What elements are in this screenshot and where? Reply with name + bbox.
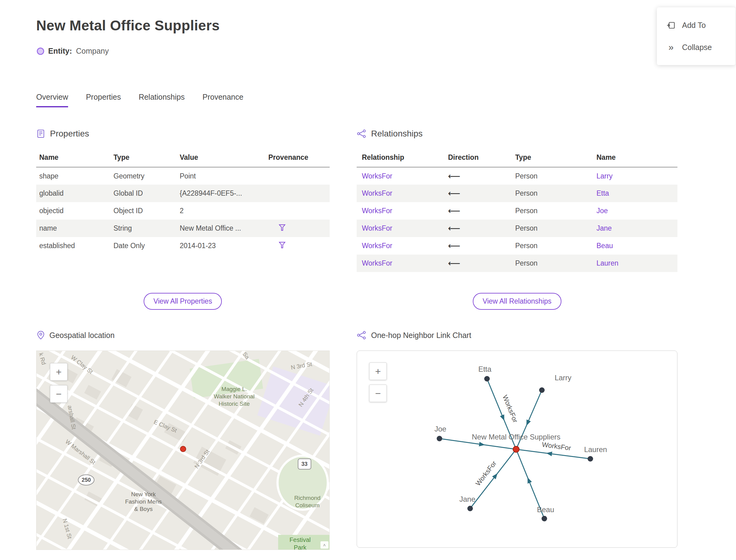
graph-edge	[516, 449, 590, 459]
relationship-direction: ⟵	[448, 255, 515, 272]
map-label: N 3rd St	[193, 448, 211, 470]
relationship-row: WorksFor⟵PersonJane	[357, 220, 677, 237]
property-provenance	[268, 167, 330, 185]
view-all-relationships-button[interactable]: View All Relationships	[473, 293, 562, 310]
property-row: objectidObject ID2	[36, 202, 330, 220]
map-zoom-control: + −	[50, 363, 67, 403]
relationship-row: WorksFor⟵PersonLauren	[357, 255, 677, 272]
actions-panel: Add To » Collapse	[657, 7, 735, 65]
property-provenance	[268, 237, 330, 255]
col-value: Value	[180, 150, 268, 167]
relationship-type-link: WorksFor	[357, 185, 448, 202]
relationship-row: WorksFor⟵PersonJoe	[357, 202, 677, 220]
relationship-link[interactable]: WorksFor	[362, 242, 392, 250]
edge-label: WorksFor	[542, 441, 571, 452]
relationship-link[interactable]: WorksFor	[362, 224, 392, 232]
graph-node-beau[interactable]	[542, 516, 547, 521]
edge-arrowhead-icon	[500, 414, 504, 420]
col-provenance: Provenance	[268, 150, 330, 167]
property-name: shape	[36, 167, 113, 185]
entity-name-link[interactable]: Lauren	[596, 259, 619, 267]
link-chart-section-title: One-hop Neighbor Link Chart	[371, 331, 471, 340]
direction-arrow-icon: ⟵	[448, 224, 460, 233]
properties-table: Name Type Value Provenance shapeGeometry…	[36, 150, 330, 255]
properties-icon	[36, 129, 45, 138]
relationship-direction: ⟵	[448, 220, 515, 237]
property-row: globalidGlobal ID{A228944F-0EF5-...	[36, 185, 330, 202]
graph-node-joe[interactable]	[437, 436, 442, 441]
map-label: E Clay St	[153, 418, 178, 434]
relationship-type-link: WorksFor	[357, 202, 448, 220]
entity-type-row: Entity: Company	[37, 47, 109, 56]
relationships-section-header: Relationships	[357, 129, 423, 139]
tab-overview[interactable]: Overview	[36, 93, 68, 107]
tab-provenance[interactable]: Provenance	[202, 93, 243, 107]
map-label: arshall St	[66, 405, 77, 430]
relationship-entity-name: Jane	[596, 220, 677, 237]
relationship-entity-type: Person	[515, 255, 596, 272]
chart-zoom-out-button[interactable]: −	[369, 385, 387, 402]
map-label: N 3rd St	[290, 360, 313, 371]
relationship-direction: ⟵	[448, 202, 515, 220]
direction-arrow-icon: ⟵	[448, 189, 460, 198]
graph-node-jane[interactable]	[467, 506, 473, 511]
graph-node-label: Beau	[537, 505, 554, 514]
entity-name-link[interactable]: Jane	[596, 224, 612, 232]
map-attribution-toggle-icon[interactable]: ˄	[320, 541, 328, 549]
edge-arrowhead-icon	[479, 442, 485, 447]
relationship-entity-name: Lauren	[596, 255, 677, 272]
map-label: N 1st St	[61, 518, 73, 539]
map-zoom-out-button[interactable]: −	[50, 385, 67, 403]
collapse-button[interactable]: » Collapse	[657, 36, 735, 58]
view-all-properties-button[interactable]: View All Properties	[144, 293, 222, 310]
property-name: established	[36, 237, 113, 255]
geospatial-map[interactable]: k RdW Clay StSaN 3rd StMaggie L. Walker …	[36, 351, 330, 550]
edge-arrowhead-icon	[527, 478, 532, 484]
entity-name-link[interactable]: Joe	[596, 207, 608, 215]
properties-section-header: Properties	[36, 129, 89, 139]
entity-name-link[interactable]: Beau	[596, 242, 613, 250]
properties-header-row: Name Type Value Provenance	[36, 150, 330, 167]
entity-name-link[interactable]: Larry	[596, 172, 612, 180]
property-value: {A228944F-0EF5-...	[180, 185, 268, 202]
map-marker[interactable]	[180, 446, 186, 452]
map-label: Festival Park	[286, 536, 315, 550]
page-title: New Metal Office Suppliers	[36, 17, 220, 34]
relationship-row: WorksFor⟵PersonBeau	[357, 237, 677, 255]
map-zoom-in-button[interactable]: +	[50, 363, 67, 381]
link-chart-section-header: One-hop Neighbor Link Chart	[357, 331, 471, 340]
col-relationship: Relationship	[357, 150, 448, 167]
property-row: nameStringNew Metal Office ...	[36, 220, 330, 237]
property-type: Geometry	[113, 167, 180, 185]
map-label: k Rd	[37, 352, 48, 366]
link-chart-panel[interactable]: WorksForWorksForWorksForEttaLarryJoeLaur…	[357, 351, 677, 548]
provenance-icon[interactable]	[278, 241, 286, 249]
property-name: globalid	[36, 185, 113, 202]
relationship-link[interactable]: WorksFor	[362, 189, 392, 197]
tab-properties[interactable]: Properties	[86, 93, 121, 107]
graph-node-larry[interactable]	[539, 387, 545, 393]
chart-zoom-control: + −	[369, 362, 387, 402]
edge-arrowhead-icon	[526, 420, 531, 426]
map-label: Maggie L. Walker National Historic Site	[214, 385, 255, 407]
map-label: W Marshall St	[64, 438, 97, 466]
relationship-link[interactable]: WorksFor	[362, 259, 392, 267]
edge-arrowhead-icon	[492, 473, 498, 479]
chart-zoom-in-button[interactable]: +	[369, 362, 387, 380]
graph-center-node[interactable]	[513, 446, 519, 452]
tab-relationships[interactable]: Relationships	[139, 93, 185, 107]
property-type: Object ID	[113, 202, 180, 220]
provenance-icon[interactable]	[278, 224, 286, 232]
graph-node-lauren[interactable]	[588, 456, 593, 462]
add-to-button[interactable]: Add To	[657, 14, 735, 36]
relationship-type-link: WorksFor	[357, 255, 448, 272]
properties-table-body: shapeGeometryPointglobalidGlobal ID{A228…	[36, 167, 330, 255]
relationship-link[interactable]: WorksFor	[362, 207, 392, 215]
property-provenance	[268, 220, 330, 237]
relationships-table: Relationship Direction Type Name WorksFo…	[357, 150, 677, 272]
graph-node-etta[interactable]	[484, 376, 490, 382]
direction-arrow-icon: ⟵	[448, 171, 460, 181]
col-name: Name	[36, 150, 113, 167]
entity-name-link[interactable]: Etta	[596, 189, 609, 197]
relationship-link[interactable]: WorksFor	[362, 172, 392, 180]
